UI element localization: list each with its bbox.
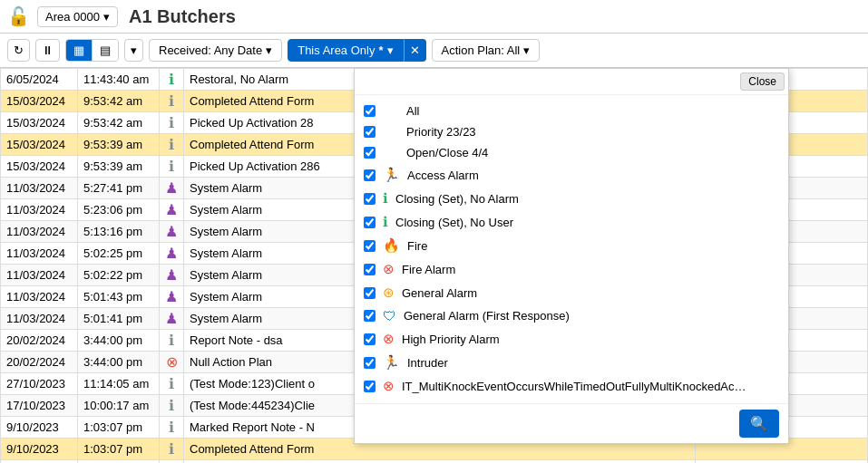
dropdown-item-label: Open/Close 4/4 — [406, 146, 488, 159]
dropdown-item-label: IT_MultiKnockEventOccursWhileTimedOutFul… — [402, 380, 746, 393]
table-time: 9:53:42 am — [78, 91, 160, 112]
dropdown-item: All — [364, 101, 779, 121]
area-label: Area 0000 — [45, 10, 100, 24]
area-selector[interactable]: Area 0000 ▾ — [37, 6, 118, 27]
table-icon-cell: ℹ — [160, 91, 184, 112]
table-icon-cell: ℹ — [160, 460, 184, 464]
table-icon-cell: ℹ — [160, 112, 184, 134]
item-icon: ℹ — [383, 214, 388, 230]
filter-button[interactable]: ▾ — [124, 39, 143, 62]
table-time: 11:14:05 am — [78, 373, 160, 395]
dropdown-footer: 🔍 — [355, 403, 788, 443]
item-icon: 🛡 — [383, 308, 396, 323]
filter-dropdown: Close All Priority 23/23 Open/Close 4/4 … — [354, 68, 789, 444]
close-dropdown-button[interactable]: Close — [740, 72, 785, 91]
table-time: 9:53:39 am — [78, 156, 160, 178]
dropdown-checkbox[interactable] — [364, 333, 375, 345]
table-icon-cell: ℹ — [160, 156, 184, 178]
table-icon-cell: ℹ — [160, 373, 184, 395]
dropdown-item: Priority 23/23 — [364, 121, 779, 142]
table-date: 11/03/2024 — [1, 199, 78, 221]
table-time: 1:03:07 pm — [78, 417, 160, 439]
dropdown-item: ℹ Closing (Set), No User — [364, 210, 779, 234]
this-area-arrow-icon: ▾ — [387, 43, 394, 57]
dropdown-item-label: General Alarm (First Response) — [404, 309, 570, 323]
table-time: 5:02:25 pm — [78, 243, 160, 265]
logo-icon: 🔓 — [7, 5, 30, 27]
dropdown-item-label: High Priority Alarm — [402, 333, 500, 346]
area-chevron-icon: ▾ — [103, 10, 110, 24]
dropdown-item-label: Fire Alarm — [402, 263, 455, 276]
view-grid-button[interactable]: ▤ — [93, 40, 118, 61]
item-icon: ⊗ — [383, 331, 395, 347]
table-date: 6/05/2024 — [1, 69, 78, 91]
action-plan-button[interactable]: Action Plan: All ▾ — [432, 39, 541, 62]
table-date: 11/03/2024 — [1, 221, 78, 243]
pause-button[interactable]: ⏸ — [35, 39, 60, 62]
dropdown-item: ⊗ High Priority Alarm — [364, 327, 779, 351]
top-bar: 🔓 Area 0000 ▾ A1 Butchers — [0, 0, 868, 34]
dropdown-item: ⊗ IT_MultiKnockEventOccursWhileTimedOutF… — [364, 374, 779, 398]
dropdown-checkbox[interactable] — [364, 264, 375, 275]
view-list-button[interactable]: ▦ — [66, 40, 93, 61]
received-label: Received: Any Date — [159, 43, 262, 57]
this-area-asterisk: * — [378, 43, 383, 57]
table-time: 3:44:00 pm — [78, 330, 160, 352]
table-time: 5:02:22 pm — [78, 265, 160, 286]
table-icon-cell: ♟ — [160, 308, 184, 330]
table-date: 15/03/2024 — [1, 91, 78, 112]
refresh-button[interactable]: ↻ — [7, 39, 30, 62]
item-icon: 🏃 — [383, 354, 400, 371]
dropdown-checkbox[interactable] — [364, 240, 375, 252]
dropdown-checkbox[interactable] — [364, 310, 375, 322]
dropdown-checkbox[interactable] — [364, 169, 375, 181]
received-arrow-icon: ▾ — [266, 43, 272, 57]
this-area-clear-button[interactable]: ✕ — [404, 39, 426, 62]
page-title: A1 Butchers — [129, 6, 236, 27]
dropdown-item-label: General Alarm — [402, 286, 477, 300]
dropdown-checkbox[interactable] — [364, 126, 375, 138]
dropdown-checkbox[interactable] — [364, 193, 375, 205]
table-description: Picked Up Activation 216 — [184, 460, 696, 464]
dropdown-checkbox[interactable] — [364, 147, 375, 159]
this-area-button[interactable]: This Area Only * ▾ — [288, 39, 403, 62]
dropdown-item-label: Fire — [407, 239, 427, 253]
table-icon-cell: ℹ — [160, 134, 184, 156]
dropdown-checkbox[interactable] — [364, 287, 375, 299]
received-date-button[interactable]: Received: Any Date ▾ — [149, 39, 282, 62]
action-plan-arrow-icon: ▾ — [523, 43, 530, 57]
table-date: 27/10/2023 — [1, 373, 78, 395]
dropdown-checkbox[interactable] — [364, 357, 375, 369]
table-icon-cell: ℹ — [160, 395, 184, 417]
search-button[interactable]: 🔍 — [739, 410, 779, 438]
dropdown-body: All Priority 23/23 Open/Close 4/4 🏃 Acce… — [355, 95, 788, 403]
table-icon-cell: ♟ — [160, 178, 184, 199]
action-plan-label: Action Plan: All — [442, 43, 521, 57]
table-icon-cell: ℹ — [160, 330, 184, 352]
dropdown-item-label: Intruder — [407, 356, 448, 370]
table-date: 11/03/2024 — [1, 308, 78, 330]
table-icon-cell: ♟ — [160, 221, 184, 243]
dropdown-checkbox[interactable] — [364, 105, 375, 117]
dropdown-item: ℹ Closing (Set), No Alarm — [364, 187, 779, 210]
filter-bar: ↻ ⏸ ▦ ▤ ▾ Received: Any Date ▾ This Area… — [0, 34, 868, 68]
item-icon: ⊗ — [383, 261, 395, 277]
table-time: 5:01:43 pm — [78, 286, 160, 308]
dropdown-item: ⊛ General Alarm — [364, 281, 779, 304]
table-time: 1:03:07 pm — [78, 460, 160, 464]
table-icon-cell: ♟ — [160, 286, 184, 308]
dropdown-item: ⊗ Fire Alarm — [364, 257, 779, 281]
table-date: 20/02/2024 — [1, 330, 78, 352]
table-date: 9/10/2023 — [1, 417, 78, 439]
table-date: 15/03/2024 — [1, 134, 78, 156]
dropdown-checkbox[interactable] — [364, 381, 375, 392]
table-time: 9:53:42 am — [78, 112, 160, 134]
table-date: 11/03/2024 — [1, 265, 78, 286]
item-icon: 🔥 — [383, 237, 400, 254]
table-icon-cell: ♟ — [160, 265, 184, 286]
item-icon: ℹ — [383, 190, 388, 207]
dropdown-item: 🛡 General Alarm (First Response) — [364, 304, 779, 327]
item-icon: ⊗ — [383, 378, 395, 394]
dropdown-checkbox[interactable] — [364, 217, 375, 228]
table-date: 15/03/2024 — [1, 112, 78, 134]
